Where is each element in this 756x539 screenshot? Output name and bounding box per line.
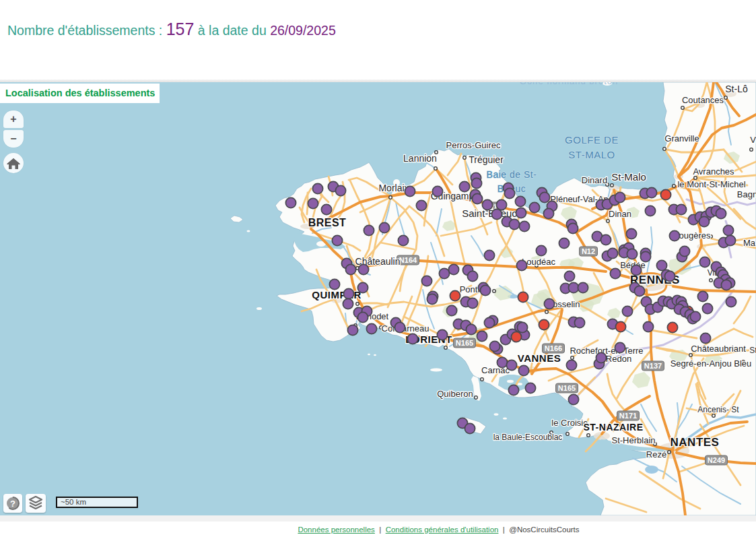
svg-text:Coutances: Coutances [682,95,724,105]
svg-text:Lannion: Lannion [403,153,437,164]
svg-text:St-Malo: St-Malo [611,171,646,183]
svg-text:GOLFE DE: GOLFE DE [565,134,619,146]
svg-text:Segré-en-Anjou Bleu: Segré-en-Anjou Bleu [671,358,752,369]
svg-text:Vi: Vi [750,135,756,145]
svg-text:Ancenis- St: Ancenis- St [697,405,739,414]
svg-text:Quiberon: Quiberon [437,389,473,399]
svg-text:N171: N171 [619,412,637,420]
svg-text:Golfe normand breton: Golfe normand breton [520,82,618,86]
svg-text:Dinan: Dinan [609,209,631,219]
svg-text:ST-NAZAIRE: ST-NAZAIRE [584,422,644,433]
svg-text:Baie de St-: Baie de St- [487,169,537,180]
svg-text:N166: N166 [545,344,562,352]
svg-text:Granville: Granville [664,133,699,144]
svg-text:ST-MALO: ST-MALO [568,149,615,160]
svg-text:N164: N164 [399,256,417,264]
svg-text:Ma: Ma [743,238,756,248]
svg-text:VANNES: VANNES [518,352,561,364]
svg-text:?: ? [10,499,15,509]
svg-text:le Mont-St-Michel: le Mont-St-Michel [677,179,745,189]
svg-text:N165: N165 [456,339,473,347]
svg-text:N137: N137 [644,362,662,370]
svg-text:St-Lô: St-Lô [725,84,748,94]
svg-text:N165: N165 [558,384,576,392]
svg-text:BREST: BREST [308,217,347,228]
svg-text:Dinard: Dinard [582,175,607,185]
svg-text:la Baule-Escoublac: la Baule-Escoublac [493,433,563,442]
svg-text:Bagn: Bagn [737,189,756,199]
svg-text:Redon: Redon [606,354,631,364]
svg-text:St: St [749,346,756,355]
svg-text:N249: N249 [708,456,725,464]
svg-text:N12: N12 [582,247,595,255]
svg-text:Rezé: Rezé [646,449,666,459]
svg-text:St-Herblain: St-Herblain [611,435,655,445]
svg-text:le Croisic: le Croisic [551,418,588,428]
svg-text:Perros-Guirec: Perros-Guirec [446,140,501,150]
svg-text:Tréguier: Tréguier [469,154,504,165]
svg-text:Avranches: Avranches [693,166,734,177]
svg-text:Châteaubriant: Châteaubriant [691,344,746,354]
svg-text:NANTES: NANTES [671,436,720,449]
